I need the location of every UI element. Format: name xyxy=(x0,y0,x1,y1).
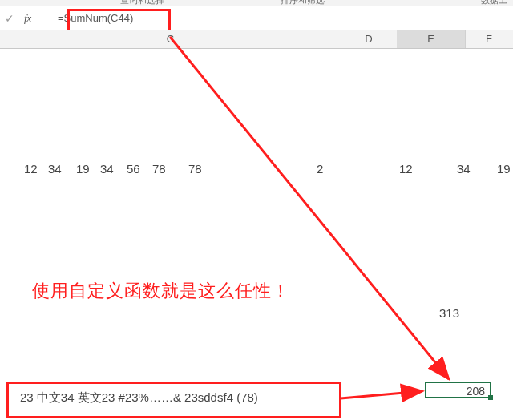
annotation-caption: 使用自定义函数就是这么任性！ xyxy=(32,279,290,303)
cell-num-5: 56 xyxy=(127,162,140,176)
cell-value-208: 208 xyxy=(467,385,485,398)
cell-num-2: 34 xyxy=(48,162,62,176)
spreadsheet-grid[interactable]: 12 34 19 34 56 78 78 2 12 34 19 使用自定义函数就… xyxy=(0,48,513,420)
formula-confirm-icon[interactable]: ✓ xyxy=(0,6,19,30)
formula-bar: ✓ fx =SumNum(C44) xyxy=(0,6,513,31)
cell-num-8: 2 xyxy=(317,162,323,176)
column-header-e[interactable]: E xyxy=(397,30,466,48)
column-header-d[interactable]: D xyxy=(341,30,398,48)
ribbon-section-query[interactable]: 查询和选择 xyxy=(120,0,164,6)
cell-num-1: 12 xyxy=(24,162,38,176)
cell-num-4: 34 xyxy=(100,162,114,176)
ribbon-strip: 查询和选择 排序和筛选 数据工 xyxy=(0,0,513,6)
cell-num-3: 19 xyxy=(76,162,90,176)
formula-input[interactable]: =SumNum(C44) xyxy=(51,10,513,26)
column-header-c[interactable]: C xyxy=(0,30,341,48)
cell-value-313: 313 xyxy=(439,306,459,320)
fx-label[interactable]: fx xyxy=(19,12,51,25)
cell-num-7: 78 xyxy=(188,162,202,176)
cell-num-11: 19 xyxy=(497,162,511,176)
ribbon-section-sort[interactable]: 排序和筛选 xyxy=(281,0,325,6)
cell-num-6: 78 xyxy=(152,162,166,176)
cell-num-10: 34 xyxy=(457,162,471,176)
column-headers: C D E F xyxy=(0,30,513,49)
selected-cell-result[interactable]: 208 xyxy=(425,382,491,398)
column-header-f[interactable]: F xyxy=(465,30,513,48)
cell-num-9: 12 xyxy=(399,162,413,176)
ribbon-section-data[interactable]: 数据工 xyxy=(481,0,507,6)
cell-text-mixed: 23 中文34 英文23 #23%……& 23sddsf4 (78) xyxy=(20,390,258,406)
fill-handle[interactable] xyxy=(488,395,493,400)
